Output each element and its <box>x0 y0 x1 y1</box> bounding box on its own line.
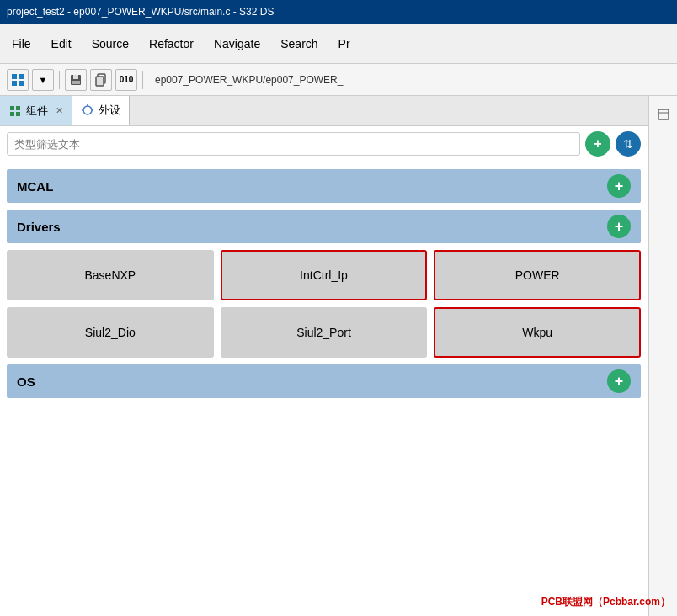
mcal-add-btn[interactable]: + <box>607 174 631 198</box>
svg-rect-3 <box>19 81 24 86</box>
tab-components-close[interactable]: ✕ <box>56 105 63 116</box>
peripherals-tab-icon <box>81 104 94 117</box>
component-siul2port-label: Siul2_Port <box>296 326 351 339</box>
toolbar-path: ep007_POWER_WKPU/ep007_POWER_ <box>155 74 670 86</box>
binary-btn[interactable]: 010 <box>115 69 137 91</box>
menu-project[interactable]: Pr <box>330 32 359 56</box>
drivers-add-icon: + <box>615 219 624 234</box>
component-wkpu-label: Wkpu <box>522 326 552 339</box>
component-intctrl-label: IntCtrl_Ip <box>300 268 348 282</box>
copy-icon <box>94 73 108 87</box>
menu-source[interactable]: Source <box>83 32 137 56</box>
mcal-add-icon: + <box>615 178 624 194</box>
svg-rect-17 <box>658 109 669 119</box>
save-btn[interactable] <box>65 69 87 91</box>
toolbar-separator-1 <box>59 71 60 89</box>
dropdown-btn[interactable]: ▼ <box>32 69 54 91</box>
menu-refactor[interactable]: Refactor <box>141 32 202 56</box>
components-tab-icon <box>8 104 22 118</box>
category-os-label: OS <box>17 374 35 389</box>
drivers-add-btn[interactable]: + <box>607 215 631 238</box>
component-basenxp[interactable]: BaseNXP <box>7 250 214 300</box>
sort-btn[interactable]: ⇅ <box>616 131 641 157</box>
svg-rect-1 <box>19 74 24 79</box>
menu-bar: File Edit Source Refactor Navigate Searc… <box>0 24 677 64</box>
menu-file[interactable]: File <box>3 32 40 56</box>
svg-rect-12 <box>16 112 20 116</box>
svg-rect-9 <box>10 106 14 110</box>
dropdown-arrow: ▼ <box>39 75 48 85</box>
menu-edit[interactable]: Edit <box>43 32 80 56</box>
add-filter-icon: + <box>594 136 601 151</box>
watermark: PCB联盟网（Pcbbar.com） <box>541 595 670 609</box>
panel-icon-1 <box>657 108 670 121</box>
category-drivers: Drivers + BaseNXP IntCtrl_Ip POWER <box>7 210 641 358</box>
toolbar: ▼ 010 ep007_POWER_WKPU/ep007_POWER_ <box>0 64 677 96</box>
os-add-icon: + <box>615 374 624 389</box>
component-intctrl[interactable]: IntCtrl_Ip <box>221 250 428 300</box>
app-icon-btn[interactable] <box>7 69 29 91</box>
sort-icon: ⇅ <box>623 137 633 151</box>
main-area: 组件 ✕ 外设 + <box>0 96 677 616</box>
tab-components-label: 组件 <box>26 104 48 119</box>
component-siul2port[interactable]: Siul2_Port <box>221 307 428 358</box>
svg-rect-8 <box>96 77 104 86</box>
binary-label: 010 <box>120 75 134 84</box>
os-add-btn[interactable]: + <box>607 369 631 393</box>
tab-peripherals-label: 外设 <box>99 103 120 118</box>
svg-point-13 <box>83 106 92 114</box>
title-bar: project_test2 - ep007_POWER_WKPU/src/mai… <box>0 0 677 24</box>
save-icon <box>69 73 83 87</box>
component-power[interactable]: POWER <box>434 250 641 300</box>
category-mcal-header: MCAL + <box>7 169 641 203</box>
tab-components[interactable]: 组件 ✕ <box>0 96 72 125</box>
tab-bar: 组件 ✕ 外设 <box>0 96 648 126</box>
category-drivers-label: Drivers <box>17 220 61 234</box>
component-basenxp-label: BaseNXP <box>84 268 136 282</box>
add-filter-btn[interactable]: + <box>585 131 610 157</box>
filter-input[interactable] <box>7 132 580 156</box>
right-panel-btn-1[interactable] <box>652 103 675 126</box>
category-mcal-label: MCAL <box>17 179 53 194</box>
category-os: OS + <box>7 364 641 398</box>
svg-rect-10 <box>16 106 20 110</box>
category-os-header: OS + <box>7 364 641 398</box>
tab-peripherals[interactable]: 外设 <box>72 96 130 125</box>
menu-search[interactable]: Search <box>272 32 326 56</box>
filter-area: + ⇅ <box>0 126 648 162</box>
component-power-label: POWER <box>515 268 560 282</box>
toolbar-separator-2 <box>142 71 143 89</box>
title-text: project_test2 - ep007_POWER_WKPU/src/mai… <box>7 6 274 18</box>
category-mcal: MCAL + <box>7 169 641 203</box>
right-panel <box>648 96 677 616</box>
svg-rect-0 <box>12 74 17 79</box>
svg-rect-5 <box>73 75 78 79</box>
menu-navigate[interactable]: Navigate <box>205 32 269 56</box>
drivers-grid: BaseNXP IntCtrl_Ip POWER Siul2_Dio Siul2… <box>7 250 641 358</box>
component-wkpu[interactable]: Wkpu <box>434 307 641 358</box>
svg-rect-11 <box>10 112 14 116</box>
copy-btn[interactable] <box>90 69 112 91</box>
category-drivers-header: Drivers + <box>7 210 641 243</box>
components-area: MCAL + Drivers + BaseNXP <box>0 162 648 616</box>
svg-rect-2 <box>12 81 17 86</box>
component-siul2dio-label: Siul2_Dio <box>85 326 136 339</box>
watermark-text: PCB联盟网（Pcbbar.com） <box>541 596 670 608</box>
svg-rect-6 <box>72 81 80 84</box>
component-siul2dio[interactable]: Siul2_Dio <box>7 307 214 358</box>
grid-icon <box>11 73 24 87</box>
left-panel: 组件 ✕ 外设 + <box>0 96 648 616</box>
